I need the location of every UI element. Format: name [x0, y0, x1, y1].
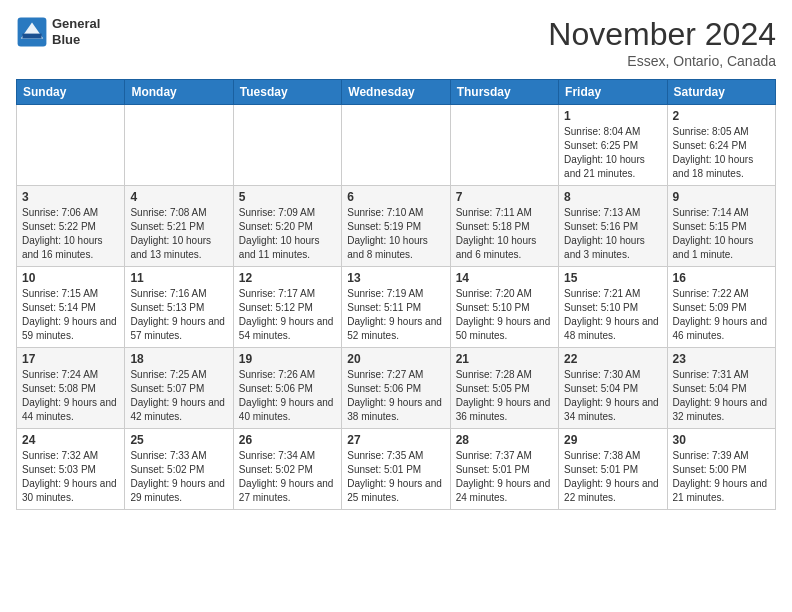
calendar-cell	[17, 105, 125, 186]
calendar-cell: 27Sunrise: 7:35 AM Sunset: 5:01 PM Dayli…	[342, 429, 450, 510]
day-info: Sunrise: 7:11 AM Sunset: 5:18 PM Dayligh…	[456, 206, 553, 262]
day-number: 16	[673, 271, 770, 285]
day-info: Sunrise: 7:39 AM Sunset: 5:00 PM Dayligh…	[673, 449, 770, 505]
calendar-cell: 20Sunrise: 7:27 AM Sunset: 5:06 PM Dayli…	[342, 348, 450, 429]
day-info: Sunrise: 7:35 AM Sunset: 5:01 PM Dayligh…	[347, 449, 444, 505]
calendar-week-row: 3Sunrise: 7:06 AM Sunset: 5:22 PM Daylig…	[17, 186, 776, 267]
day-info: Sunrise: 7:26 AM Sunset: 5:06 PM Dayligh…	[239, 368, 336, 424]
calendar-cell: 19Sunrise: 7:26 AM Sunset: 5:06 PM Dayli…	[233, 348, 341, 429]
day-info: Sunrise: 7:10 AM Sunset: 5:19 PM Dayligh…	[347, 206, 444, 262]
day-number: 24	[22, 433, 119, 447]
calendar-cell: 24Sunrise: 7:32 AM Sunset: 5:03 PM Dayli…	[17, 429, 125, 510]
day-info: Sunrise: 7:33 AM Sunset: 5:02 PM Dayligh…	[130, 449, 227, 505]
calendar-cell: 18Sunrise: 7:25 AM Sunset: 5:07 PM Dayli…	[125, 348, 233, 429]
day-number: 18	[130, 352, 227, 366]
title-block: November 2024 Essex, Ontario, Canada	[548, 16, 776, 69]
calendar-cell	[342, 105, 450, 186]
calendar-cell: 28Sunrise: 7:37 AM Sunset: 5:01 PM Dayli…	[450, 429, 558, 510]
calendar-cell: 1Sunrise: 8:04 AM Sunset: 6:25 PM Daylig…	[559, 105, 667, 186]
day-info: Sunrise: 7:20 AM Sunset: 5:10 PM Dayligh…	[456, 287, 553, 343]
day-info: Sunrise: 7:31 AM Sunset: 5:04 PM Dayligh…	[673, 368, 770, 424]
calendar-cell: 26Sunrise: 7:34 AM Sunset: 5:02 PM Dayli…	[233, 429, 341, 510]
calendar-cell: 7Sunrise: 7:11 AM Sunset: 5:18 PM Daylig…	[450, 186, 558, 267]
day-info: Sunrise: 8:04 AM Sunset: 6:25 PM Dayligh…	[564, 125, 661, 181]
day-number: 28	[456, 433, 553, 447]
day-number: 25	[130, 433, 227, 447]
calendar-week-row: 1Sunrise: 8:04 AM Sunset: 6:25 PM Daylig…	[17, 105, 776, 186]
calendar-cell: 22Sunrise: 7:30 AM Sunset: 5:04 PM Dayli…	[559, 348, 667, 429]
calendar-cell: 6Sunrise: 7:10 AM Sunset: 5:19 PM Daylig…	[342, 186, 450, 267]
weekday-header: Tuesday	[233, 80, 341, 105]
calendar-cell: 17Sunrise: 7:24 AM Sunset: 5:08 PM Dayli…	[17, 348, 125, 429]
day-info: Sunrise: 7:21 AM Sunset: 5:10 PM Dayligh…	[564, 287, 661, 343]
day-number: 3	[22, 190, 119, 204]
day-number: 1	[564, 109, 661, 123]
day-number: 6	[347, 190, 444, 204]
day-number: 30	[673, 433, 770, 447]
calendar-cell: 16Sunrise: 7:22 AM Sunset: 5:09 PM Dayli…	[667, 267, 775, 348]
calendar-cell: 5Sunrise: 7:09 AM Sunset: 5:20 PM Daylig…	[233, 186, 341, 267]
day-number: 5	[239, 190, 336, 204]
calendar-week-row: 24Sunrise: 7:32 AM Sunset: 5:03 PM Dayli…	[17, 429, 776, 510]
calendar-cell: 29Sunrise: 7:38 AM Sunset: 5:01 PM Dayli…	[559, 429, 667, 510]
logo-icon	[16, 16, 48, 48]
calendar-cell: 15Sunrise: 7:21 AM Sunset: 5:10 PM Dayli…	[559, 267, 667, 348]
day-number: 4	[130, 190, 227, 204]
day-number: 14	[456, 271, 553, 285]
calendar-cell: 3Sunrise: 7:06 AM Sunset: 5:22 PM Daylig…	[17, 186, 125, 267]
day-info: Sunrise: 7:25 AM Sunset: 5:07 PM Dayligh…	[130, 368, 227, 424]
calendar-cell	[125, 105, 233, 186]
day-number: 9	[673, 190, 770, 204]
calendar-cell: 4Sunrise: 7:08 AM Sunset: 5:21 PM Daylig…	[125, 186, 233, 267]
day-number: 2	[673, 109, 770, 123]
calendar-cell: 30Sunrise: 7:39 AM Sunset: 5:00 PM Dayli…	[667, 429, 775, 510]
day-number: 13	[347, 271, 444, 285]
calendar-cell	[450, 105, 558, 186]
day-number: 19	[239, 352, 336, 366]
calendar-cell: 2Sunrise: 8:05 AM Sunset: 6:24 PM Daylig…	[667, 105, 775, 186]
day-number: 12	[239, 271, 336, 285]
day-info: Sunrise: 7:38 AM Sunset: 5:01 PM Dayligh…	[564, 449, 661, 505]
calendar-week-row: 17Sunrise: 7:24 AM Sunset: 5:08 PM Dayli…	[17, 348, 776, 429]
day-number: 21	[456, 352, 553, 366]
day-info: Sunrise: 7:15 AM Sunset: 5:14 PM Dayligh…	[22, 287, 119, 343]
calendar-cell: 21Sunrise: 7:28 AM Sunset: 5:05 PM Dayli…	[450, 348, 558, 429]
calendar-cell: 12Sunrise: 7:17 AM Sunset: 5:12 PM Dayli…	[233, 267, 341, 348]
calendar-cell: 23Sunrise: 7:31 AM Sunset: 5:04 PM Dayli…	[667, 348, 775, 429]
day-number: 11	[130, 271, 227, 285]
day-number: 15	[564, 271, 661, 285]
day-info: Sunrise: 7:30 AM Sunset: 5:04 PM Dayligh…	[564, 368, 661, 424]
logo: General Blue	[16, 16, 100, 48]
calendar-cell: 14Sunrise: 7:20 AM Sunset: 5:10 PM Dayli…	[450, 267, 558, 348]
day-info: Sunrise: 7:06 AM Sunset: 5:22 PM Dayligh…	[22, 206, 119, 262]
svg-rect-2	[22, 34, 41, 39]
day-info: Sunrise: 7:16 AM Sunset: 5:13 PM Dayligh…	[130, 287, 227, 343]
day-number: 10	[22, 271, 119, 285]
day-number: 23	[673, 352, 770, 366]
day-number: 17	[22, 352, 119, 366]
day-info: Sunrise: 8:05 AM Sunset: 6:24 PM Dayligh…	[673, 125, 770, 181]
day-info: Sunrise: 7:22 AM Sunset: 5:09 PM Dayligh…	[673, 287, 770, 343]
calendar-cell: 9Sunrise: 7:14 AM Sunset: 5:15 PM Daylig…	[667, 186, 775, 267]
day-info: Sunrise: 7:24 AM Sunset: 5:08 PM Dayligh…	[22, 368, 119, 424]
day-info: Sunrise: 7:28 AM Sunset: 5:05 PM Dayligh…	[456, 368, 553, 424]
location: Essex, Ontario, Canada	[548, 53, 776, 69]
weekday-header: Wednesday	[342, 80, 450, 105]
day-number: 27	[347, 433, 444, 447]
day-info: Sunrise: 7:37 AM Sunset: 5:01 PM Dayligh…	[456, 449, 553, 505]
calendar-table: SundayMondayTuesdayWednesdayThursdayFrid…	[16, 79, 776, 510]
day-info: Sunrise: 7:13 AM Sunset: 5:16 PM Dayligh…	[564, 206, 661, 262]
calendar-cell	[233, 105, 341, 186]
day-info: Sunrise: 7:17 AM Sunset: 5:12 PM Dayligh…	[239, 287, 336, 343]
day-info: Sunrise: 7:34 AM Sunset: 5:02 PM Dayligh…	[239, 449, 336, 505]
weekday-header: Saturday	[667, 80, 775, 105]
calendar-cell: 11Sunrise: 7:16 AM Sunset: 5:13 PM Dayli…	[125, 267, 233, 348]
day-number: 22	[564, 352, 661, 366]
day-info: Sunrise: 7:14 AM Sunset: 5:15 PM Dayligh…	[673, 206, 770, 262]
weekday-header: Monday	[125, 80, 233, 105]
calendar-cell: 25Sunrise: 7:33 AM Sunset: 5:02 PM Dayli…	[125, 429, 233, 510]
calendar-week-row: 10Sunrise: 7:15 AM Sunset: 5:14 PM Dayli…	[17, 267, 776, 348]
weekday-header: Sunday	[17, 80, 125, 105]
day-info: Sunrise: 7:27 AM Sunset: 5:06 PM Dayligh…	[347, 368, 444, 424]
day-info: Sunrise: 7:19 AM Sunset: 5:11 PM Dayligh…	[347, 287, 444, 343]
